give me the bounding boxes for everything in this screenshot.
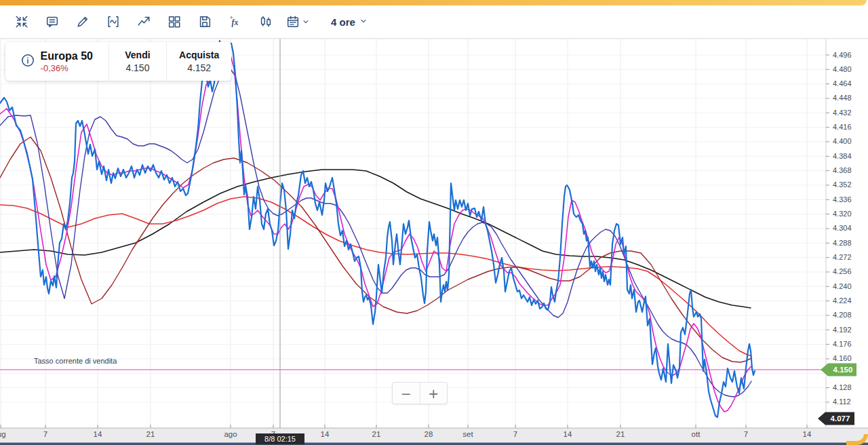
low-price-badge-value: 4.077 [831,414,850,423]
price-tick-label: 4.496 [833,51,852,59]
sell-label: Vendi [125,50,150,60]
price-tick-label: 4.240 [833,282,852,290]
price-tick-label: 4.128 [833,383,852,391]
buy-value: 4.152 [187,62,211,73]
buy-label: Acquista [179,50,219,60]
collapse-button[interactable] [8,9,35,35]
time-tick-label: 21 [146,430,155,438]
price-tick-label: 4.464 [833,79,852,88]
draw-icon [75,14,90,29]
time-tick-label: 21 [616,430,625,438]
timeframe-selector[interactable]: 4 ore [327,13,373,31]
instrument-change: -0,36% [41,63,93,74]
draw-button[interactable] [69,9,96,35]
price-tick-label: 4.352 [833,180,852,189]
time-tick-label: 21 [372,430,381,438]
trading-chart-window: lug71421ago7142128set71421ott7144.4964.4… [0,0,868,445]
price-tick-label: 4.176 [833,340,852,348]
calendar-button[interactable] [283,9,314,35]
sell-quote[interactable]: Vendi 4.150 [108,42,167,81]
price-tick-label: 4.432 [833,109,852,117]
layout-grid-icon [167,14,182,29]
time-tick-label: 7 [744,430,748,438]
layout-grid-button[interactable] [161,9,188,35]
price-tick-label: 4.256 [833,267,852,275]
save-icon [197,14,212,29]
series-style-button[interactable] [100,9,127,35]
zoom-in-button[interactable]: + [420,383,448,404]
price-tick-label: 4.208 [833,311,852,319]
time-tick-label: 14 [94,430,102,438]
price-tick-label: 4.336 [833,195,852,204]
time-tick-label: 7 [513,430,517,438]
price-tick-label: 4.448 [833,94,852,102]
time-tick-label: ott [692,430,701,438]
chevron-down-icon [358,14,369,31]
current-sell-rate-label: Tasso corrente di vendita [34,357,117,365]
price-tick-label: 4.368 [833,166,852,174]
time-tick-label: 28 [425,430,433,438]
price-tick-label: 4.112 [833,398,851,406]
time-tick-label: 14 [321,430,330,438]
instrument-name: Europa 50 [41,50,93,63]
price-tick-label: 4.416 [833,123,852,131]
buy-quote[interactable]: Acquista 4.152 [166,42,231,81]
price-tick-label: 4.160 [833,354,852,362]
calendar-icon [285,14,300,29]
indicators-fx-icon: fx+ [228,14,243,29]
trend-line-button[interactable] [130,9,157,35]
sell-rate-badge-value: 4.150 [833,366,853,374]
price-tick-label: 4.400 [833,137,852,145]
instrument-info-section: Europa 50 -0,36% [5,42,108,81]
compare-symbol-icon [258,14,273,29]
time-axis[interactable] [0,428,868,445]
chevron-down-icon [300,14,311,29]
time-tick-label: 7 [43,430,47,438]
price-tick-label: 4.272 [833,253,852,261]
price-tick-label: 4.320 [833,210,852,218]
indicators-fx-button[interactable]: fx+ [222,9,249,35]
crosshair-time-text: 8/8 02:15 [264,435,296,443]
series-style-icon [106,14,121,29]
price-tick-label: 4.384 [833,152,852,160]
zoom-out-button[interactable]: − [393,383,420,404]
window-accent-bar [0,0,867,5]
time-tick-label: ago [224,430,237,438]
svg-text:+: + [230,15,233,21]
collapse-icon [14,14,29,29]
sell-value: 4.150 [125,62,149,73]
chart-toolbar: fx+4 ore [0,5,868,39]
trend-line-icon [136,14,151,29]
save-button[interactable] [191,9,218,35]
note-button[interactable] [39,9,66,35]
zoom-controls: − + [392,382,448,404]
time-tick-label: set [462,430,473,438]
time-tick-label: 14 [564,430,572,438]
price-tick-label: 4.224 [833,296,852,305]
timeframe-label: 4 ore [331,16,355,28]
info-icon[interactable] [21,54,35,70]
price-tick-label: 4.480 [833,65,852,73]
note-icon [45,14,60,29]
window-bottom-border [0,443,868,445]
compare-symbol-button[interactable] [252,9,279,35]
time-tick-label: lug [0,430,6,438]
price-tick-label: 4.192 [833,326,852,334]
instrument-card[interactable]: Europa 50 -0,36% Vendi 4.150 Acquista 4.… [5,42,231,81]
price-tick-label: 4.304 [833,224,852,232]
time-tick-label: 14 [803,430,812,438]
price-tick-label: 4.288 [833,239,852,247]
